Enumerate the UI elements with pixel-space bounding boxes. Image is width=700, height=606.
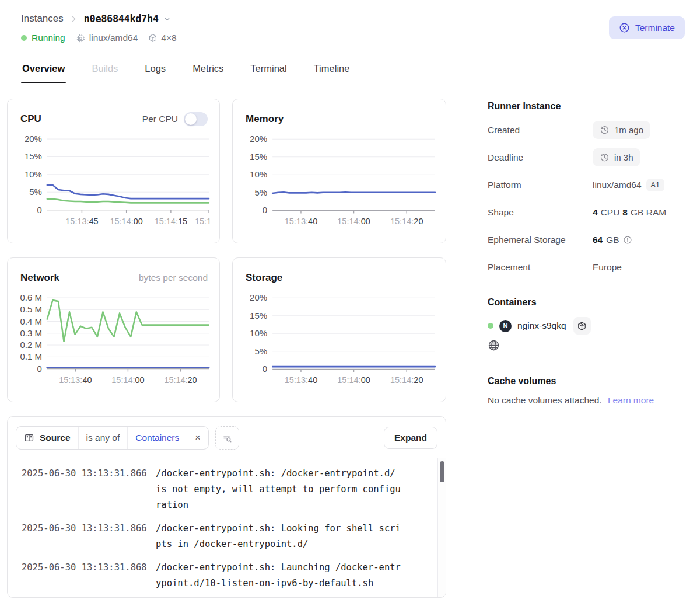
- shape-label: 4×8: [161, 33, 176, 43]
- storage-card: Storage 20%15%10%5%015:13:4015:14:0015:1…: [232, 257, 446, 402]
- list-search-icon: [222, 433, 233, 444]
- filter-field-label: Source: [40, 433, 71, 443]
- placement-label: Placement: [488, 262, 593, 273]
- expand-logs-button[interactable]: Expand: [384, 427, 438, 449]
- cpu-chart: 20%15%10%5%015:13:4515:14:0015:14:1515:1…: [16, 128, 211, 231]
- nginx-logo-icon: N: [499, 320, 512, 332]
- learn-more-link[interactable]: Learn more: [608, 395, 654, 405]
- created-row: Created 1m ago: [488, 116, 693, 144]
- per-cpu-toggle[interactable]: [184, 112, 208, 126]
- created-label: Created: [488, 125, 593, 135]
- metrics-column: CPU Per CPU 20%15%10%5%015:13:4515:14:00…: [7, 99, 446, 598]
- ephemeral-storage-value: 64: [593, 235, 603, 245]
- svg-text:5%: 5%: [254, 187, 267, 197]
- instance-id[interactable]: n0e86844kd7h4: [84, 13, 159, 25]
- svg-text:15:14:20: 15:14:20: [164, 375, 197, 385]
- deadline-value: in 3h: [614, 152, 634, 162]
- svg-text:15%: 15%: [250, 152, 267, 162]
- tab-timeline[interactable]: Timeline: [313, 57, 351, 83]
- terminate-button[interactable]: Terminate: [609, 16, 685, 39]
- network-card-subtitle: bytes per second: [139, 273, 208, 283]
- platform-label: Platform: [488, 180, 593, 190]
- tab-terminal[interactable]: Terminal: [249, 57, 288, 83]
- cpu-card: CPU Per CPU 20%15%10%5%015:13:4515:14:00…: [7, 99, 220, 243]
- created-pill[interactable]: 1m ago: [593, 121, 650, 139]
- history-clock-icon: [600, 152, 610, 162]
- per-cpu-toggle-label: Per CPU: [142, 114, 178, 124]
- svg-text:15:14:3: 15:14:3: [195, 217, 211, 226]
- tab-logs[interactable]: Logs: [144, 57, 167, 83]
- status-row: Running linux/amd64 4×8: [21, 33, 679, 43]
- globe-icon: [488, 339, 500, 351]
- log-message: /docker-entrypoint.sh: Looking for shell…: [156, 521, 401, 552]
- cache-volumes-heading: Cache volumes: [488, 376, 693, 386]
- svg-text:15:14:15: 15:14:15: [155, 217, 187, 226]
- add-filter-button[interactable]: [215, 426, 239, 450]
- scrollbar-thumb[interactable]: [440, 461, 444, 482]
- svg-text:0: 0: [37, 205, 42, 215]
- platform-value: linux/amd64: [593, 180, 642, 190]
- svg-text:0: 0: [262, 364, 267, 374]
- log-scrollbar[interactable]: [438, 458, 446, 597]
- svg-text:15%: 15%: [24, 151, 42, 161]
- tab-bar: Overview Builds Logs Metrics Terminal Ti…: [7, 57, 693, 83]
- platform-meta: linux/amd64: [76, 33, 138, 43]
- svg-text:20%: 20%: [24, 134, 42, 144]
- cpu-chip-icon: [76, 33, 86, 43]
- containers-section: Containers N nginx-s9qkq: [488, 297, 693, 351]
- svg-text:15%: 15%: [250, 311, 267, 321]
- deadline-row: Deadline in 3h: [488, 144, 693, 171]
- svg-text:5%: 5%: [29, 187, 42, 197]
- filter-remove-button[interactable]: ×: [187, 427, 208, 449]
- network-chart: 0.6 M0.5 M0.4 M0.3 M0.2 M0.1 M015:13:401…: [16, 287, 211, 389]
- network-card: Network bytes per second 0.6 M0.5 M0.4 M…: [7, 257, 220, 402]
- svg-text:0: 0: [37, 364, 42, 374]
- placement-value: Europe: [593, 262, 622, 273]
- breadcrumb-instances-link[interactable]: Instances: [21, 13, 64, 25]
- circle-x-icon: [619, 22, 630, 33]
- filter-value-button[interactable]: Containers: [128, 427, 187, 449]
- svg-text:0.6 M: 0.6 M: [20, 292, 42, 302]
- container-row[interactable]: N nginx-s9qkq: [488, 317, 693, 335]
- log-row: 2025-06-30 13:13:31.866 /docker-entrypoi…: [22, 521, 430, 552]
- log-timestamp: 2025-06-30 13:13:31.868: [22, 560, 156, 591]
- log-row: 2025-06-30 13:13:31.868 /docker-entrypoi…: [22, 560, 430, 591]
- shape-cpu-unit: CPU: [601, 207, 620, 218]
- filter-operator-button[interactable]: is any of: [79, 427, 128, 449]
- memory-chart: 20%15%10%5%015:13:4015:14:0015:14:20: [241, 128, 438, 232]
- network-card-title: Network: [20, 272, 60, 284]
- shape-cpu-count: 4: [593, 207, 598, 218]
- memory-card-title: Memory: [246, 113, 284, 125]
- container-network-row[interactable]: [488, 339, 693, 351]
- filter-field-button[interactable]: Source: [16, 427, 79, 449]
- tab-builds: Builds: [90, 57, 119, 83]
- svg-text:15:13:45: 15:13:45: [65, 217, 98, 226]
- deadline-pill[interactable]: in 3h: [593, 148, 640, 166]
- tab-overview[interactable]: Overview: [21, 57, 66, 83]
- info-icon[interactable]: [623, 235, 632, 245]
- shape-ram-unit: GB RAM: [631, 207, 666, 218]
- created-value: 1m ago: [614, 125, 643, 135]
- memory-card: Memory 20%15%10%5%015:13:4015:14:0015:14…: [232, 99, 446, 243]
- svg-text:0.3 M: 0.3 M: [20, 328, 42, 338]
- container-status-dot: [488, 323, 494, 329]
- chevron-right-icon: [69, 15, 78, 23]
- svg-text:15:13:40: 15:13:40: [59, 375, 92, 385]
- tab-metrics[interactable]: Metrics: [191, 57, 225, 83]
- history-clock-icon: [600, 125, 610, 135]
- svg-text:10%: 10%: [250, 328, 267, 338]
- container-image-button[interactable]: [573, 317, 591, 335]
- containers-heading: Containers: [488, 297, 693, 308]
- log-output[interactable]: 2025-06-30 13:13:31.866 /docker-entrypoi…: [8, 458, 446, 597]
- metric-cards: CPU Per CPU 20%15%10%5%015:13:4515:14:00…: [7, 99, 446, 402]
- terminate-label: Terminate: [635, 23, 675, 33]
- runner-instance-heading: Runner Instance: [488, 101, 693, 112]
- toggle-knob: [185, 113, 197, 125]
- svg-text:20%: 20%: [250, 134, 267, 144]
- box-icon: [148, 33, 158, 43]
- status-badge: Running: [21, 33, 65, 43]
- svg-text:15:14:20: 15:14:20: [390, 217, 424, 226]
- chevron-down-icon[interactable]: [163, 15, 171, 23]
- container-name[interactable]: nginx-s9qkq: [517, 321, 566, 331]
- svg-text:0.4 M: 0.4 M: [20, 316, 42, 326]
